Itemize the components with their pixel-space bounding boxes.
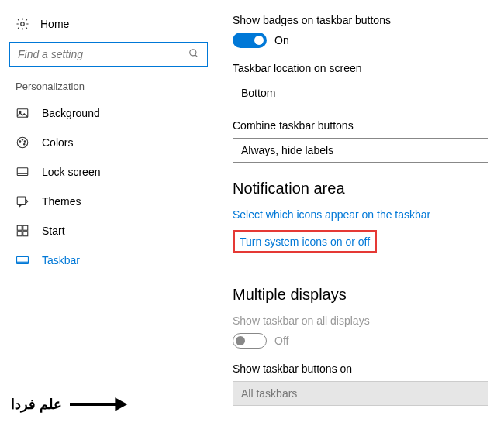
svg-rect-14 [23,225,28,230]
sidebar-item-label: Start [42,225,65,237]
badges-toggle[interactable] [233,33,267,48]
dropdown-value: Bottom [241,87,275,99]
system-icons-link[interactable]: Turn system icons on or off [240,235,370,248]
arrow-right-icon [67,393,129,415]
show-buttons-on-label: Show taskbar buttons on [233,362,504,375]
badges-label: Show badges on taskbar buttons [233,14,504,26]
highlight-annotation: Turn system icons on or off [233,230,377,253]
combine-buttons-dropdown[interactable]: Always, hide labels [233,138,488,163]
svg-point-1 [190,49,196,55]
svg-rect-13 [17,225,22,230]
show-all-displays-toggle [233,333,267,349]
svg-point-7 [22,139,23,141]
sidebar-item-colors[interactable]: Colors [9,128,208,157]
watermark-text: علم فردا [11,396,62,413]
search-icon [188,48,199,61]
badges-toggle-value: On [274,34,289,46]
svg-rect-15 [17,232,22,236]
show-buttons-on-dropdown: All taskbars [233,381,488,406]
multiple-displays-title: Multiple displays [233,286,504,304]
svg-point-9 [24,144,26,146]
gear-icon [16,17,29,31]
show-all-displays-label: Show taskbar on all displays [233,314,504,327]
search-input[interactable] [18,48,188,60]
svg-point-0 [21,22,25,26]
taskbar-location-label: Taskbar location on screen [233,62,504,74]
dropdown-value: Always, hide labels [241,144,333,156]
svg-point-8 [24,141,26,143]
taskbar-icon [16,253,29,267]
svg-line-2 [195,54,198,57]
home-label: Home [40,18,69,30]
show-all-displays-value: Off [274,335,288,347]
dropdown-value: All taskbars [241,387,297,400]
svg-marker-20 [115,397,127,411]
search-box[interactable] [9,42,208,67]
start-icon [16,224,29,238]
taskbar-location-dropdown[interactable]: Bottom [233,81,488,105]
sidebar-item-taskbar[interactable]: Taskbar [9,246,208,275]
svg-rect-16 [23,232,28,236]
svg-rect-12 [17,197,26,205]
sidebar-item-themes[interactable]: Themes [9,187,208,216]
sidebar-item-label: Background [42,107,100,119]
svg-rect-10 [17,168,28,176]
watermark: علم فردا [11,393,129,415]
section-header-personalization: Personalization [9,77,208,98]
svg-point-6 [19,141,21,143]
sidebar-item-label: Themes [42,195,81,208]
palette-icon [16,136,29,149]
home-nav[interactable]: Home [9,14,208,42]
svg-rect-17 [17,257,29,264]
themes-icon [16,194,29,208]
lockscreen-icon [16,165,29,179]
sidebar-item-label: Taskbar [42,254,80,266]
select-icons-link[interactable]: Select which icons appear on the taskbar [233,208,504,221]
main-panel: Show badges on taskbar buttons On Taskba… [217,0,504,426]
sidebar-item-background[interactable]: Background [9,98,208,128]
sidebar-item-start[interactable]: Start [9,216,208,246]
combine-buttons-label: Combine taskbar buttons [233,119,504,132]
image-icon [16,106,29,120]
sidebar-item-label: Lock screen [42,166,100,178]
sidebar: Home Personalization Background [0,0,217,426]
sidebar-item-label: Colors [42,136,73,149]
notification-area-title: Notification area [233,180,504,198]
sidebar-item-lockscreen[interactable]: Lock screen [9,157,208,187]
